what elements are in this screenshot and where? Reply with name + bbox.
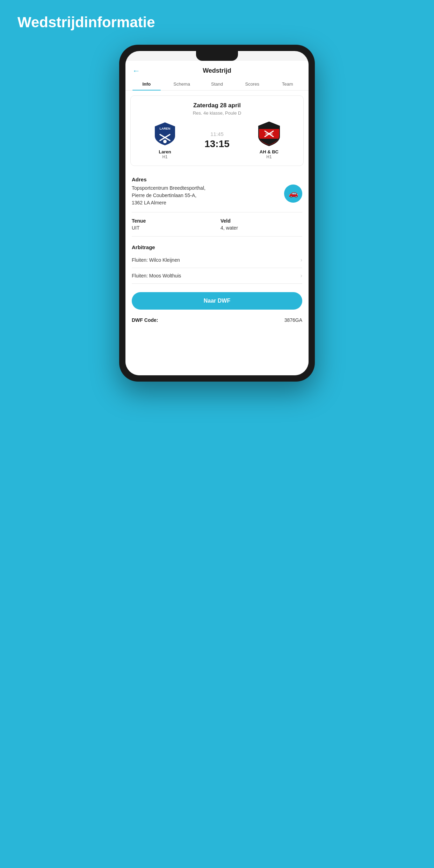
address-label: Adres <box>132 176 302 182</box>
arbitrage-item-1[interactable]: Fluiten: Wilco Kleijnen › <box>132 252 302 268</box>
address-row: Topsportcentrum Breedtesporthal,Pierre d… <box>132 185 302 207</box>
address-section: Adres Topsportcentrum Breedtesporthal,Pi… <box>125 171 309 209</box>
veld-value: 4, water <box>220 225 302 231</box>
header-title: Wedstrijd <box>203 67 231 74</box>
dwf-code-label: DWF Code: <box>132 317 158 323</box>
tenue-label: Tenue <box>132 218 214 224</box>
arbitrage-text-2: Fluiten: Moos Wolthuis <box>132 273 181 279</box>
arbitrage-label: Arbitrage <box>132 244 302 250</box>
match-date: Zaterdag 28 april <box>136 102 298 109</box>
match-league: Res. 4e klasse, Poule D <box>136 110 298 116</box>
chevron-icon-2: › <box>301 273 302 279</box>
arbitrage-item-2[interactable]: Fluiten: Moos Wolthuis › <box>132 268 302 284</box>
score-time: 11:45 <box>210 131 224 137</box>
tab-info[interactable]: Info <box>129 78 164 90</box>
tab-scores[interactable]: Scores <box>234 78 270 90</box>
svg-point-3 <box>163 140 167 143</box>
phone-notch <box>196 51 238 61</box>
home-team: LAREN Laren H1 <box>146 121 184 159</box>
divider-1 <box>132 212 302 212</box>
svg-text:LAREN: LAREN <box>160 127 171 130</box>
directions-button[interactable]: 🚗 <box>284 185 302 203</box>
tenue-veld-row: Tenue UIT Veld 4, water <box>125 215 309 233</box>
divider-2 <box>132 236 302 237</box>
score-main: 13:15 <box>204 138 230 150</box>
score-block: 11:45 13:15 <box>204 131 230 150</box>
home-team-name: Laren <box>159 149 171 154</box>
away-team: ah&bc AH & BC H1 <box>250 121 288 159</box>
chevron-icon-1: › <box>301 257 302 263</box>
cta-section: Naar DWF <box>125 286 309 313</box>
app-header: ← Wedstrijd <box>125 61 309 78</box>
arbitrage-text-1: Fluiten: Wilco Kleijnen <box>132 257 180 263</box>
dwf-code-value: 3876GA <box>284 317 302 323</box>
home-team-logo: LAREN <box>154 121 176 146</box>
svg-text:ah&bc: ah&bc <box>265 132 273 135</box>
match-card: Zaterdag 28 april Res. 4e klasse, Poule … <box>130 95 304 166</box>
tenue-block: Tenue UIT <box>132 218 214 231</box>
away-team-sub: H1 <box>266 154 272 159</box>
car-icon: 🚗 <box>289 189 298 198</box>
tab-schema[interactable]: Schema <box>164 78 200 90</box>
tenue-value: UIT <box>132 225 214 231</box>
home-team-sub: H1 <box>162 154 167 159</box>
tab-team[interactable]: Team <box>270 78 305 90</box>
naar-dwf-button[interactable]: Naar DWF <box>132 292 302 310</box>
app-content: ← Wedstrijd Info Schema Stand Scores Te <box>125 61 309 375</box>
tab-stand[interactable]: Stand <box>200 78 235 90</box>
away-team-logo: ah&bc <box>258 121 280 146</box>
dwf-row: DWF Code: 3876GA <box>125 313 309 328</box>
tabs-bar: Info Schema Stand Scores Team <box>125 78 309 91</box>
veld-block: Veld 4, water <box>220 218 302 231</box>
phone-mockup: ← Wedstrijd Info Schema Stand Scores Te <box>119 45 315 382</box>
match-teams: LAREN Laren H1 <box>136 121 298 159</box>
arbitrage-section: Arbitrage Fluiten: Wilco Kleijnen › Flui… <box>125 239 309 286</box>
back-button[interactable]: ← <box>132 66 140 75</box>
page-title: Wedstrijdinformatie <box>7 14 155 31</box>
address-text: Topsportcentrum Breedtesporthal,Pierre d… <box>132 185 280 207</box>
veld-label: Veld <box>220 218 302 224</box>
phone-screen: ← Wedstrijd Info Schema Stand Scores Te <box>125 51 309 375</box>
away-team-name: AH & BC <box>260 149 279 154</box>
